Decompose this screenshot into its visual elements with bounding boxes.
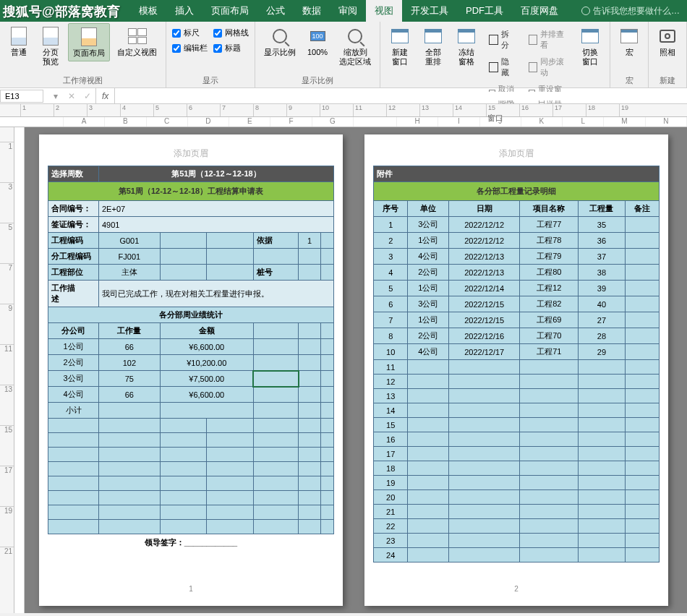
zoom-button-2[interactable]: 缩放到 选定区域 bbox=[335, 23, 375, 69]
detail-cell[interactable]: 8 bbox=[374, 328, 408, 344]
detail-cell[interactable]: 5 bbox=[374, 281, 408, 296]
detail-cell[interactable]: 2022/12/14 bbox=[449, 281, 520, 296]
stats-cell[interactable]: 102 bbox=[99, 355, 161, 371]
page-header-1[interactable]: 添加页眉 bbox=[48, 142, 334, 166]
detail-cell[interactable]: 工程69 bbox=[520, 312, 579, 328]
col-H[interactable]: H bbox=[397, 117, 438, 127]
contract-value[interactable]: 2E+07 bbox=[99, 201, 334, 217]
stats-cell[interactable]: ¥6,600.00 bbox=[160, 339, 253, 355]
fx-icon[interactable]: fx bbox=[95, 88, 115, 103]
row-num[interactable]: 13 bbox=[374, 389, 408, 403]
detail-cell[interactable]: 工程82 bbox=[520, 296, 579, 312]
detail-cell[interactable]: 35 bbox=[579, 217, 625, 233]
col-N[interactable]: N bbox=[646, 117, 687, 127]
detail-cell[interactable]: 工程80 bbox=[520, 265, 579, 281]
detail-cell[interactable]: 6 bbox=[374, 296, 408, 312]
row-num[interactable]: 20 bbox=[374, 490, 408, 505]
detail-cell[interactable] bbox=[625, 296, 659, 312]
detail-cell[interactable]: 36 bbox=[579, 233, 625, 249]
stats-cell[interactable]: 66 bbox=[99, 387, 161, 403]
detail-cell[interactable]: 工程78 bbox=[520, 233, 579, 249]
formula-input[interactable] bbox=[115, 92, 687, 100]
detail-cell[interactable]: 7 bbox=[374, 312, 408, 328]
detail-cell[interactable]: 2022/12/13 bbox=[449, 265, 520, 281]
col-K[interactable]: K bbox=[521, 117, 563, 127]
window-button-2[interactable]: 冻结窗格 bbox=[451, 23, 482, 69]
detail-cell[interactable]: 4 bbox=[374, 265, 408, 281]
detail-cell[interactable] bbox=[625, 217, 659, 233]
detail-cell[interactable]: 4公司 bbox=[408, 249, 449, 265]
detail-cell[interactable]: 40 bbox=[579, 296, 625, 312]
tell-me-search[interactable]: 告诉我您想要做什么… bbox=[581, 5, 687, 17]
menu-tab-8[interactable]: PDF工具 bbox=[457, 0, 512, 22]
row-num[interactable]: 19 bbox=[374, 476, 408, 490]
col-G[interactable]: G bbox=[312, 117, 354, 127]
desc-value[interactable]: 我司已完成工作，现在对相关工程量进行申报。 bbox=[99, 281, 334, 307]
detail-cell[interactable]: 1 bbox=[374, 217, 408, 233]
menu-tab-5[interactable]: 审阅 bbox=[330, 0, 366, 22]
row-num[interactable]: 24 bbox=[374, 548, 408, 562]
detail-cell[interactable]: 3公司 bbox=[408, 296, 449, 312]
detail-cell[interactable]: 1公司 bbox=[408, 281, 449, 296]
stats-cell[interactable]: 4公司 bbox=[48, 387, 99, 403]
detail-cell[interactable]: 2022/12/13 bbox=[449, 249, 520, 265]
detail-cell[interactable] bbox=[625, 265, 659, 281]
detail-cell[interactable]: 3公司 bbox=[408, 217, 449, 233]
view-button-1[interactable]: 分页 预览 bbox=[36, 23, 65, 69]
row-num[interactable]: 11 bbox=[374, 360, 408, 375]
camera-button[interactable]: 照相 bbox=[653, 23, 682, 60]
col-M[interactable]: M bbox=[604, 117, 645, 127]
detail-cell[interactable]: 10 bbox=[374, 344, 408, 360]
row-num[interactable]: 16 bbox=[374, 432, 408, 447]
detail-cell[interactable]: 工程79 bbox=[520, 249, 579, 265]
col-D[interactable]: D bbox=[188, 117, 229, 127]
detail-cell[interactable]: 工程70 bbox=[520, 328, 579, 344]
detail-cell[interactable]: 27 bbox=[579, 312, 625, 328]
row-num[interactable]: 14 bbox=[374, 403, 408, 418]
col-E[interactable]: E bbox=[229, 117, 270, 127]
detail-cell[interactable]: 37 bbox=[579, 249, 625, 265]
menu-tab-3[interactable]: 公式 bbox=[257, 0, 294, 22]
detail-cell[interactable]: 2022/12/12 bbox=[449, 233, 520, 249]
stats-cell[interactable]: 66 bbox=[99, 339, 161, 355]
row-num[interactable]: 23 bbox=[374, 534, 408, 548]
window-button-0[interactable]: 新建窗口 bbox=[385, 23, 415, 69]
detail-cell[interactable] bbox=[625, 233, 659, 249]
name-box[interactable] bbox=[0, 90, 43, 103]
stats-cell[interactable]: ¥10,200.00 bbox=[160, 355, 253, 371]
detail-cell[interactable]: 29 bbox=[579, 344, 625, 360]
row-num[interactable]: 15 bbox=[374, 418, 408, 432]
row-num[interactable]: 17 bbox=[374, 447, 408, 461]
menu-tab-2[interactable]: 页面布局 bbox=[202, 0, 257, 22]
view-button-3[interactable]: 自定义视图 bbox=[113, 23, 161, 60]
page-layout-area[interactable]: 添加页眉 选择周数第51周（12-12～12-18） 第51周（12-12～12… bbox=[25, 127, 687, 613]
detail-cell[interactable]: 2022/12/15 bbox=[449, 296, 520, 312]
row-num[interactable]: 22 bbox=[374, 519, 408, 534]
detail-cell[interactable] bbox=[625, 249, 659, 265]
detail-cell[interactable] bbox=[625, 344, 659, 360]
detail-cell[interactable]: 2 bbox=[374, 233, 408, 249]
detail-cell[interactable]: 3 bbox=[374, 249, 408, 265]
menu-tab-6[interactable]: 视图 bbox=[366, 0, 402, 22]
proj-value[interactable]: G001 bbox=[99, 233, 161, 249]
view-button-0[interactable]: 普通 bbox=[4, 23, 33, 60]
stats-cell[interactable]: 1公司 bbox=[48, 339, 99, 355]
window-button-1[interactable]: 全部重排 bbox=[418, 23, 448, 69]
cancel-icon[interactable]: ✕ bbox=[64, 91, 80, 101]
view-button-2[interactable]: 页面布局 bbox=[68, 23, 110, 61]
col-A[interactable]: A bbox=[64, 117, 105, 127]
stats-cell[interactable]: ¥6,600.00 bbox=[160, 387, 253, 403]
col-L[interactable]: L bbox=[563, 117, 604, 127]
detail-cell[interactable]: 28 bbox=[579, 328, 625, 344]
page-header-2[interactable]: 添加页眉 bbox=[373, 142, 660, 166]
switch-window-button[interactable]: 切换窗口 bbox=[575, 23, 605, 69]
check-1[interactable]: 编辑栏 bbox=[172, 43, 208, 54]
menu-tab-0[interactable]: 模板 bbox=[130, 0, 166, 22]
col-J[interactable]: J bbox=[480, 117, 521, 127]
namebox-dropdown-icon[interactable]: ▾ bbox=[48, 91, 64, 101]
detail-cell[interactable]: 2022/12/15 bbox=[449, 312, 520, 328]
row-num[interactable]: 21 bbox=[374, 505, 408, 519]
col-B[interactable]: B bbox=[105, 117, 146, 127]
basis-value[interactable]: 1 bbox=[299, 233, 320, 249]
check-2[interactable]: 网格线 bbox=[213, 27, 249, 38]
